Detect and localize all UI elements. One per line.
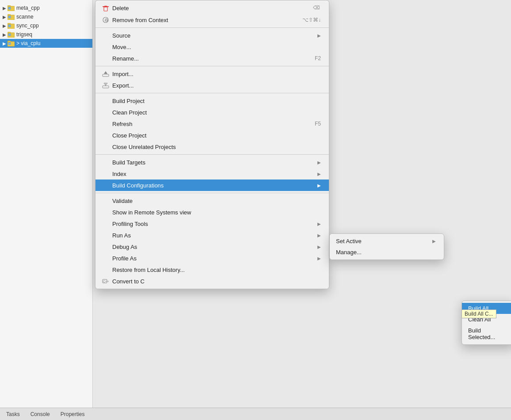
source-label: Source bbox=[112, 32, 130, 39]
manage-label: Manage... bbox=[336, 249, 362, 256]
restore-history-label: Restore from Local History... bbox=[112, 267, 185, 273]
menu-item-move[interactable]: Move... bbox=[95, 41, 329, 53]
menu-item-export[interactable]: Export... bbox=[95, 80, 329, 91]
tab-console[interactable]: Console bbox=[28, 410, 53, 418]
import-icon bbox=[102, 70, 110, 77]
sidebar-item-label: scanne bbox=[16, 14, 34, 20]
menu-item-validate[interactable]: Validate bbox=[95, 195, 329, 206]
sidebar-item-sync-cpp[interactable]: ▶ sync_cpp bbox=[0, 21, 92, 30]
menu-item-build-targets[interactable]: Build Targets ▶ bbox=[95, 157, 329, 168]
menu-item-delete[interactable]: Delete ⌫ bbox=[95, 2, 329, 14]
build-configurations-label: Build Configurations bbox=[112, 182, 164, 189]
svg-rect-4 bbox=[8, 15, 11, 16]
submenu-arrow-icon: ▶ bbox=[317, 233, 321, 238]
build-config-icon bbox=[102, 182, 110, 189]
menu-item-close-project[interactable]: Close Project bbox=[95, 130, 329, 141]
source-placeholder-icon bbox=[102, 32, 110, 39]
remove-icon: ♻ bbox=[102, 16, 110, 23]
menu-item-profiling-tools[interactable]: Profiling Tools ▶ bbox=[95, 218, 329, 229]
delete-label: Delete bbox=[112, 5, 129, 11]
submenu-build-actions: Build All Clean All Build Selected... bbox=[461, 301, 511, 345]
rename-label: Rename... bbox=[112, 55, 139, 62]
svg-rect-21 bbox=[103, 74, 109, 76]
svg-rect-5 bbox=[8, 16, 11, 18]
menu-item-clean-project[interactable]: Clean Project bbox=[95, 107, 329, 118]
rename-placeholder-icon bbox=[102, 55, 110, 62]
rename-shortcut: F2 bbox=[315, 55, 321, 61]
menu-item-import[interactable]: Import... bbox=[95, 68, 329, 80]
arrow-icon: ▶ bbox=[3, 6, 6, 11]
tab-properties[interactable]: Properties bbox=[58, 410, 88, 418]
export-label: Export... bbox=[112, 82, 133, 89]
sidebar-item-scanne[interactable]: ▶ scanne bbox=[0, 12, 92, 21]
clean-project-icon bbox=[102, 109, 110, 116]
sidebar-item-label: trigseq bbox=[16, 31, 32, 38]
sidebar: ▶ meta_cpp ▶ scanne ▶ bbox=[0, 0, 93, 420]
folder-icon bbox=[8, 40, 15, 46]
sidebar-item-trigseq[interactable]: ▶ trigseq bbox=[0, 30, 92, 39]
menu-item-run-as[interactable]: Run As ▶ bbox=[95, 229, 329, 241]
menu-item-profile-as[interactable]: Profile As ▶ bbox=[95, 252, 329, 264]
menu-item-debug-as[interactable]: Debug As ▶ bbox=[95, 241, 329, 252]
menu-item-rename[interactable]: Rename... F2 bbox=[95, 53, 329, 64]
menu-item-source[interactable]: Source ▶ bbox=[95, 30, 329, 41]
validate-label: Validate bbox=[112, 198, 133, 204]
refresh-icon bbox=[102, 120, 110, 127]
menu-item-remove-context[interactable]: ♻ Remove from Context ⌥⇧⌘↓ bbox=[95, 14, 329, 26]
svg-rect-11 bbox=[8, 34, 11, 36]
build-targets-icon bbox=[102, 159, 110, 166]
folder-icon bbox=[8, 23, 15, 29]
profiling-icon bbox=[102, 220, 110, 227]
export-icon bbox=[102, 82, 110, 89]
submenu-item-set-active[interactable]: Set Active ▶ bbox=[330, 236, 444, 247]
run-icon bbox=[102, 232, 110, 239]
svg-rect-7 bbox=[8, 23, 11, 25]
svg-text:♻: ♻ bbox=[104, 18, 108, 23]
submenu-arrow-icon: ▶ bbox=[317, 221, 321, 226]
context-menu: Delete ⌫ ♻ Remove from Context ⌥⇧⌘↓ Sour… bbox=[95, 0, 329, 289]
sidebar-item-meta-cpp[interactable]: ▶ meta_cpp bbox=[0, 4, 92, 12]
submenu-arrow-icon: ▶ bbox=[317, 172, 321, 176]
submenu-arrow-icon: ▶ bbox=[317, 183, 321, 188]
sidebar-item-via-cplu[interactable]: ▶ > via_cplu bbox=[0, 39, 92, 48]
arrow-icon: ▶ bbox=[3, 32, 6, 37]
folder-icon bbox=[8, 5, 15, 11]
folder-icon bbox=[8, 14, 15, 20]
convert-to-c-label: Convert to C bbox=[112, 278, 145, 285]
menu-item-convert-to-c[interactable]: C++ Convert to C bbox=[95, 275, 329, 287]
menu-item-build-configurations[interactable]: Build Configurations ▶ bbox=[95, 179, 329, 191]
arrow-icon: ▶ bbox=[3, 23, 6, 28]
index-icon bbox=[102, 170, 110, 177]
svg-rect-1 bbox=[8, 6, 11, 7]
profile-icon bbox=[102, 255, 110, 262]
folder-icon bbox=[8, 31, 15, 38]
show-remote-label: Show in Remote Systems view bbox=[112, 209, 191, 216]
menu-item-restore-history[interactable]: Restore from Local History... bbox=[95, 264, 329, 275]
separator-2 bbox=[95, 66, 329, 66]
submenu-item-build-selected[interactable]: Build Selected... bbox=[462, 325, 511, 343]
sidebar-item-label: > via_cplu bbox=[16, 40, 40, 46]
refresh-label: Refresh bbox=[112, 121, 133, 127]
refresh-shortcut: F5 bbox=[315, 121, 321, 127]
tab-tasks[interactable]: Tasks bbox=[4, 410, 23, 418]
menu-item-close-unrelated[interactable]: Close Unrelated Projects bbox=[95, 141, 329, 153]
menu-item-index[interactable]: Index ▶ bbox=[95, 168, 329, 179]
tooltip-build-all: Build All C... bbox=[461, 309, 496, 318]
separator-1 bbox=[95, 27, 329, 28]
delete-shortcut-icon: ⌫ bbox=[313, 4, 321, 12]
svg-marker-22 bbox=[104, 71, 107, 74]
import-label: Import... bbox=[112, 71, 133, 77]
submenu-arrow-icon: ▶ bbox=[317, 244, 321, 249]
separator-4 bbox=[95, 154, 329, 155]
svg-text:⌫: ⌫ bbox=[313, 5, 320, 10]
menu-item-build-project[interactable]: Build Project bbox=[95, 95, 329, 107]
submenu-item-manage[interactable]: Manage... bbox=[330, 247, 444, 258]
run-as-label: Run As bbox=[112, 232, 131, 239]
svg-text:C++: C++ bbox=[103, 280, 109, 283]
bottom-bar: Tasks Console Properties bbox=[0, 408, 511, 420]
menu-item-refresh[interactable]: Refresh F5 bbox=[95, 118, 329, 130]
close-project-label: Close Project bbox=[112, 132, 146, 139]
menu-item-show-remote[interactable]: Show in Remote Systems view bbox=[95, 206, 329, 218]
convert-icon: C++ bbox=[102, 278, 110, 285]
remove-context-label: Remove from Context bbox=[112, 17, 168, 23]
